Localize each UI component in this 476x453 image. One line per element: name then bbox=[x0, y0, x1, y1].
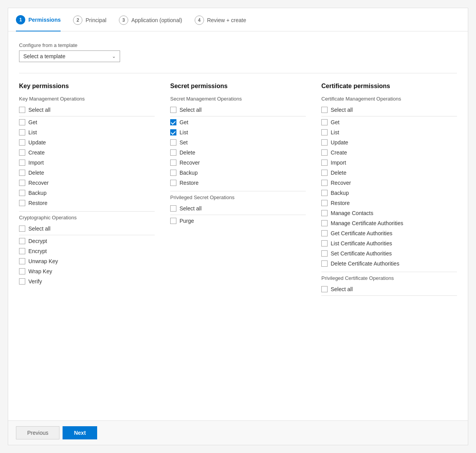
key-wrapkey-checkbox[interactable] bbox=[19, 268, 25, 274]
secret-backup-checkbox[interactable] bbox=[170, 170, 176, 176]
key-list-checkbox[interactable] bbox=[19, 129, 25, 135]
key-create-checkbox[interactable] bbox=[19, 149, 25, 156]
secret-set-row[interactable]: Set bbox=[170, 137, 306, 148]
cert-list-checkbox[interactable] bbox=[321, 129, 328, 135]
cert-recover-row[interactable]: Recover bbox=[321, 178, 457, 188]
key-create-row[interactable]: Create bbox=[19, 148, 155, 158]
key-restore-row[interactable]: Restore bbox=[19, 198, 155, 208]
key-restore-checkbox[interactable] bbox=[19, 200, 25, 206]
secret-get-row[interactable]: Get bbox=[170, 117, 306, 127]
template-dropdown[interactable]: Select a template ⌄ bbox=[19, 50, 120, 62]
cert-update-row[interactable]: Update bbox=[321, 137, 457, 148]
step-review[interactable]: 4 Review + create bbox=[195, 16, 246, 31]
secret-backup-row[interactable]: Backup bbox=[170, 168, 306, 178]
key-decrypt-row[interactable]: Decrypt bbox=[19, 236, 155, 246]
key-update-row[interactable]: Update bbox=[19, 137, 155, 148]
key-backup-checkbox[interactable] bbox=[19, 190, 25, 196]
key-crypto-select-all-row[interactable]: Select all bbox=[19, 224, 155, 235]
cert-manage-contacts-row[interactable]: Manage Contacts bbox=[321, 208, 457, 218]
cert-manage-contacts-checkbox[interactable] bbox=[321, 210, 328, 216]
previous-button[interactable]: Previous bbox=[16, 426, 59, 439]
cert-delete-row[interactable]: Delete bbox=[321, 168, 457, 178]
cert-manage-ca-row[interactable]: Manage Certificate Authorities bbox=[321, 218, 457, 228]
key-import-row[interactable]: Import bbox=[19, 158, 155, 168]
cert-permissions-title: Certificate permissions bbox=[321, 83, 457, 90]
key-recover-row[interactable]: Recover bbox=[19, 178, 155, 188]
secret-get-checkbox[interactable] bbox=[170, 119, 176, 125]
key-get-checkbox[interactable] bbox=[19, 119, 25, 125]
cert-import-checkbox[interactable] bbox=[321, 160, 328, 166]
key-update-checkbox[interactable] bbox=[19, 139, 25, 146]
key-list-row[interactable]: List bbox=[19, 127, 155, 137]
cert-recover-checkbox[interactable] bbox=[321, 180, 328, 186]
secret-delete-row[interactable]: Delete bbox=[170, 148, 306, 158]
key-unwrapkey-row[interactable]: Unwrap Key bbox=[19, 256, 155, 266]
secret-list-checkbox[interactable] bbox=[170, 129, 176, 135]
key-import-label: Import bbox=[28, 160, 44, 166]
cert-set-ca-row[interactable]: Set Certificate Authorities bbox=[321, 248, 457, 259]
key-recover-checkbox[interactable] bbox=[19, 180, 25, 186]
cert-restore-row[interactable]: Restore bbox=[321, 198, 457, 208]
key-crypto-select-all-checkbox[interactable] bbox=[19, 226, 25, 232]
step-principal[interactable]: 2 Principal bbox=[73, 16, 106, 31]
key-get-row[interactable]: Get bbox=[19, 117, 155, 127]
cert-create-checkbox[interactable] bbox=[321, 149, 328, 156]
key-decrypt-label: Decrypt bbox=[28, 238, 47, 244]
secret-purge-row[interactable]: Purge bbox=[170, 216, 306, 226]
secret-select-all-checkbox[interactable] bbox=[170, 107, 176, 113]
key-backup-row[interactable]: Backup bbox=[19, 188, 155, 198]
secret-select-all-row[interactable]: Select all bbox=[170, 105, 306, 116]
secret-restore-checkbox[interactable] bbox=[170, 180, 176, 186]
cert-get-ca-checkbox[interactable] bbox=[321, 230, 328, 236]
cert-select-all-row[interactable]: Select all bbox=[321, 105, 457, 116]
cert-set-ca-checkbox[interactable] bbox=[321, 250, 328, 257]
secret-delete-checkbox[interactable] bbox=[170, 149, 176, 156]
key-list-label: List bbox=[28, 129, 37, 135]
cert-priv-select-all-row[interactable]: Select all bbox=[321, 284, 457, 296]
cert-list-row[interactable]: List bbox=[321, 127, 457, 137]
key-delete-row[interactable]: Delete bbox=[19, 168, 155, 178]
step-application[interactable]: 3 Application (optional) bbox=[119, 16, 182, 31]
key-verify-checkbox[interactable] bbox=[19, 278, 25, 285]
cert-get-ca-row[interactable]: Get Certificate Authorities bbox=[321, 228, 457, 238]
cert-create-row[interactable]: Create bbox=[321, 148, 457, 158]
cert-select-all-checkbox[interactable] bbox=[321, 107, 328, 113]
key-decrypt-checkbox[interactable] bbox=[19, 238, 25, 244]
cert-get-row[interactable]: Get bbox=[321, 117, 457, 127]
cert-list-ca-row[interactable]: List Certificate Authorities bbox=[321, 238, 457, 248]
step-permissions[interactable]: 1 Permissions bbox=[16, 15, 61, 31]
secret-priv-select-all-row[interactable]: Select all bbox=[170, 203, 306, 215]
secret-privileged-group: Privileged Secret Operations Select all … bbox=[170, 194, 306, 226]
cert-backup-checkbox[interactable] bbox=[321, 190, 328, 196]
key-delete-checkbox[interactable] bbox=[19, 170, 25, 176]
key-encrypt-row[interactable]: Encrypt bbox=[19, 246, 155, 256]
cert-update-checkbox[interactable] bbox=[321, 139, 328, 146]
key-verify-row[interactable]: Verify bbox=[19, 276, 155, 286]
secret-purge-checkbox[interactable] bbox=[170, 218, 176, 224]
secret-set-label: Set bbox=[180, 139, 188, 146]
secret-restore-row[interactable]: Restore bbox=[170, 178, 306, 188]
cert-restore-checkbox[interactable] bbox=[321, 200, 328, 206]
cert-delete-checkbox[interactable] bbox=[321, 170, 328, 176]
key-select-all-row[interactable]: Select all bbox=[19, 105, 155, 116]
secret-list-row[interactable]: List bbox=[170, 127, 306, 137]
key-select-all-checkbox[interactable] bbox=[19, 107, 25, 113]
secret-recover-row[interactable]: Recover bbox=[170, 158, 306, 168]
cert-get-checkbox[interactable] bbox=[321, 119, 328, 125]
cert-priv-select-all-checkbox[interactable] bbox=[321, 286, 328, 292]
cert-delete-ca-checkbox[interactable] bbox=[321, 260, 328, 267]
secret-set-checkbox[interactable] bbox=[170, 139, 176, 146]
cert-backup-row[interactable]: Backup bbox=[321, 188, 457, 198]
cert-delete-ca-row[interactable]: Delete Certificate Authorities bbox=[321, 259, 457, 269]
key-encrypt-label: Encrypt bbox=[28, 248, 47, 254]
cert-import-row[interactable]: Import bbox=[321, 158, 457, 168]
key-unwrapkey-checkbox[interactable] bbox=[19, 258, 25, 264]
key-encrypt-checkbox[interactable] bbox=[19, 248, 25, 254]
secret-priv-select-all-checkbox[interactable] bbox=[170, 205, 176, 212]
next-button[interactable]: Next bbox=[63, 426, 97, 439]
cert-list-ca-checkbox[interactable] bbox=[321, 240, 328, 246]
secret-recover-checkbox[interactable] bbox=[170, 160, 176, 166]
key-wrapkey-row[interactable]: Wrap Key bbox=[19, 266, 155, 276]
key-import-checkbox[interactable] bbox=[19, 160, 25, 166]
cert-manage-ca-checkbox[interactable] bbox=[321, 220, 328, 226]
